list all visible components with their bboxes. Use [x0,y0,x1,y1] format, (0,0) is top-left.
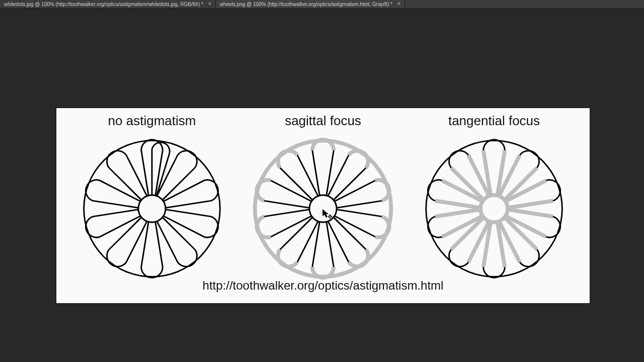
wheel-icon [421,136,567,282]
tab-wheels[interactable]: wheels.png @ 100% (http://toothwalker.or… [216,0,405,8]
wheel-tangential: tangential focus [409,113,580,282]
tab-label: wheels.png @ 100% (http://toothwalker.or… [220,2,392,7]
svg-point-4 [426,141,562,277]
wheel-title: no astigmatism [66,113,237,129]
canvas-area[interactable]: no astigmatism [0,9,644,362]
wheel-icon [250,136,396,282]
document-wheels[interactable]: no astigmatism [56,108,590,303]
wheel-icon [79,136,225,282]
wheel-title: tangential focus [409,113,580,129]
wheel-title: sagittal focus [237,113,409,129]
tab-bar: whitedots.jpg @ 100% (http://toothwalker… [0,0,644,9]
wheels-row: no astigmatism [56,108,590,282]
wheel-no-astigmatism: no astigmatism [66,113,237,282]
tab-whitedots[interactable]: whitedots.jpg @ 100% (http://toothwalker… [0,0,216,8]
svg-point-5 [480,195,508,222]
svg-point-2 [255,141,391,277]
close-icon[interactable]: × [207,2,212,7]
svg-point-3 [309,195,337,222]
wheel-sagittal: sagittal focus [237,113,409,282]
svg-point-1 [138,195,166,222]
tab-label: whitedots.jpg @ 100% (http://toothwalker… [4,2,203,7]
close-icon[interactable]: × [396,2,401,7]
